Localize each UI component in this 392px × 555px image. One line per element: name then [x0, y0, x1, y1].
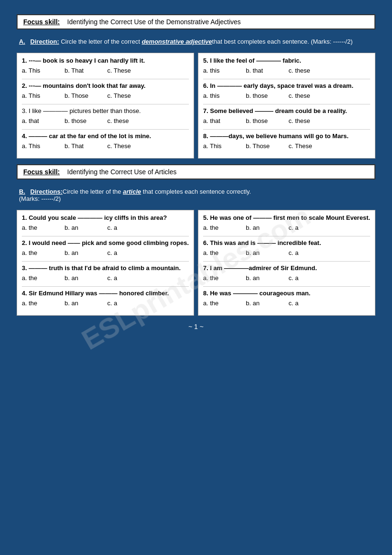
- q4-opt-a: a. This: [22, 142, 55, 150]
- q8-options: a. This b. Those c. These: [203, 142, 370, 150]
- q2-opt-c: c. These: [107, 92, 140, 99]
- q2-options: a. This b. Those c. These: [22, 92, 189, 99]
- q7-opt-b: b. those: [246, 117, 279, 124]
- q5-options: a. this b. that c. these: [203, 67, 370, 74]
- bq7: 7. I am ————admirer of Sir Edmund. a. th…: [203, 264, 370, 282]
- q5: 5. I like the feel of ———— fabric. a. th…: [203, 57, 370, 74]
- bq6-opt-a: a. the: [203, 249, 236, 256]
- bq1-options: a. the b. an c. a: [22, 224, 189, 231]
- bq8-opt-b: b. an: [246, 300, 279, 307]
- bq5-opt-a: a. the: [203, 224, 236, 231]
- bq4-opt-a: a. the: [22, 300, 55, 307]
- bq4: 4. Sir Edmund Hillary was ——— honored cl…: [22, 290, 189, 307]
- bq3-opt-a: a. the: [22, 274, 55, 282]
- bq5-options: a. the b. an c. a: [203, 224, 370, 231]
- bq5-text: 5. He was one of ——— first men to scale …: [203, 214, 370, 221]
- q2: 2. ---— mountains don't look that far aw…: [22, 82, 189, 99]
- q5-text: 5. I like the feel of ———— fabric.: [203, 57, 370, 64]
- section-a-dir-word: Direction:: [30, 38, 59, 45]
- section-b-direction: B. Directions:Circle the letter of the a…: [17, 184, 375, 206]
- q6: 6. In ———— early days, space travel was …: [203, 82, 370, 99]
- bq3-text: 3. ——— truth is that I'd be afraid to cl…: [22, 264, 189, 272]
- section-a-left: 1. ---— book is so heavy I can hardly li…: [17, 53, 194, 159]
- q3: 3. I like ———— pictures better than thos…: [22, 107, 189, 124]
- bq7-options: a. the b. an c. a: [203, 274, 370, 282]
- q7-text: 7. Some believed ——— dream could be a re…: [203, 107, 370, 114]
- focus-skill-1-box: Focus skill: Identifying the Correct Use…: [17, 14, 375, 29]
- q7-options: a. that b. those c. these: [203, 117, 370, 124]
- bq3: 3. ——— truth is that I'd be afraid to cl…: [22, 264, 189, 282]
- q4-opt-c: c. These: [107, 142, 140, 150]
- bq8-opt-c: c. a: [289, 300, 322, 307]
- q1-options: a. This b. That c. These: [22, 67, 189, 74]
- q1-opt-a: a. This: [22, 67, 55, 74]
- q1-opt-b: b. That: [65, 67, 98, 74]
- bq5-opt-c: c. a: [289, 224, 322, 231]
- bq1-opt-c: c. a: [107, 224, 140, 231]
- bq8: 8. He was ———— courageous man. a. the b.…: [203, 290, 370, 307]
- bq2-text: 2. I would need —— pick and some good cl…: [22, 239, 189, 246]
- q1-opt-c: c. These: [107, 67, 140, 74]
- q8-text: 8. ———days, we believe humans will go to…: [203, 132, 370, 140]
- q4: 4. ——— car at the far end of the lot is …: [22, 132, 189, 150]
- q4-options: a. This b. That c. These: [22, 142, 189, 150]
- bq3-options: a. the b. an c. a: [22, 274, 189, 282]
- focus-skill-2-label: Focus skill:: [23, 168, 60, 176]
- q3-text: 3. I like ———— pictures better than thos…: [22, 107, 189, 114]
- q8-opt-c: c. These: [289, 142, 322, 150]
- page-number: ~ 1 ~: [17, 323, 375, 330]
- focus-skill-1-title: Identifying the Correct Use of the Demon…: [67, 18, 241, 26]
- focus-skill-1-label: Focus skill:: [23, 18, 60, 26]
- section-a-dir-bold: demonstrative adjective: [142, 38, 212, 45]
- bq3-opt-b: b. an: [65, 274, 98, 282]
- bq7-opt-c: c. a: [289, 274, 322, 282]
- section-a-dir-text2: that best completes each sentence. (Mark…: [212, 38, 353, 45]
- section-a-right: 5. I like the feel of ———— fabric. a. th…: [198, 53, 375, 159]
- q3-opt-b: b. those: [65, 117, 98, 124]
- bq2-options: a. the b. an c. a: [22, 249, 189, 256]
- bq1-opt-a: a. the: [22, 224, 55, 231]
- q6-text: 6. In ———— early days, space travel was …: [203, 82, 370, 89]
- q3-options: a. that b. those c. these: [22, 117, 189, 124]
- bq7-opt-a: a. the: [203, 274, 236, 282]
- bq4-options: a. the b. an c. a: [22, 300, 189, 307]
- bq3-opt-c: c. a: [107, 274, 140, 282]
- bq8-opt-a: a. the: [203, 300, 236, 307]
- q8: 8. ———days, we believe humans will go to…: [203, 132, 370, 150]
- section-a-questions: 1. ---— book is so heavy I can hardly li…: [17, 53, 375, 159]
- page: Focus skill: Identifying the Correct Use…: [9, 9, 383, 335]
- bq5: 5. He was one of ——— first men to scale …: [203, 214, 370, 231]
- bq1: 1. Could you scale ———— icy cliffs in th…: [22, 214, 189, 231]
- q4-opt-b: b. That: [65, 142, 98, 150]
- bq6-opt-c: c. a: [289, 249, 322, 256]
- bq1-opt-b: b. an: [65, 224, 98, 231]
- section-b-dir-bold: article: [123, 188, 141, 195]
- section-a-dir-text: Circle the letter of the correct: [61, 38, 142, 45]
- q6-options: a. this b. those c. these: [203, 92, 370, 99]
- bq6-options: a. the b. an c. a: [203, 249, 370, 256]
- q2-opt-a: a. This: [22, 92, 55, 99]
- bq4-text: 4. Sir Edmund Hillary was ——— honored cl…: [22, 290, 189, 297]
- section-b-questions: 1. Could you scale ———— icy cliffs in th…: [17, 210, 375, 316]
- bq7-opt-b: b. an: [246, 274, 279, 282]
- q5-opt-c: c. these: [289, 67, 322, 74]
- section-a-label: A.: [19, 38, 25, 45]
- bq8-options: a. the b. an c. a: [203, 300, 370, 307]
- bq2-opt-b: b. an: [65, 249, 98, 256]
- bq2: 2. I would need —— pick and some good cl…: [22, 239, 189, 256]
- q6-opt-c: c. these: [289, 92, 322, 99]
- section-a-direction: A. Direction: Circle the letter of the c…: [17, 34, 375, 49]
- q7-opt-a: a. that: [203, 117, 236, 124]
- bq4-opt-c: c. a: [107, 300, 140, 307]
- bq6-text: 6. This was and is ——— incredible feat.: [203, 239, 370, 246]
- bq1-text: 1. Could you scale ———— icy cliffs in th…: [22, 214, 189, 221]
- q1: 1. ---— book is so heavy I can hardly li…: [22, 57, 189, 74]
- q2-text: 2. ---— mountains don't look that far aw…: [22, 82, 189, 89]
- q5-opt-b: b. that: [246, 67, 279, 74]
- q3-opt-c: c. these: [107, 117, 140, 124]
- q6-opt-b: b. those: [246, 92, 279, 99]
- q3-opt-a: a. that: [22, 117, 55, 124]
- q4-text: 4. ——— car at the far end of the lot is …: [22, 132, 189, 140]
- q8-opt-a: a. This: [203, 142, 236, 150]
- section-b-right: 5. He was one of ——— first men to scale …: [198, 210, 375, 316]
